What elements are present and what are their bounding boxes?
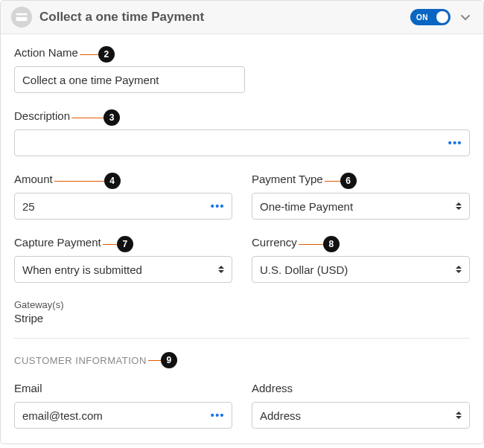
email-field: Email •••	[14, 382, 232, 429]
address-value: Address	[260, 409, 301, 422]
annotation-bullet-9: 9	[161, 352, 177, 368]
amount-merge-button[interactable]: •••	[211, 200, 225, 212]
enable-toggle[interactable]: ON	[410, 9, 450, 25]
gateways-value: Stripe	[14, 312, 470, 324]
email-merge-button[interactable]: •••	[211, 409, 225, 421]
gateways-label: Gateway(s)	[14, 299, 470, 310]
action-name-label: Action Name	[14, 46, 78, 59]
annotation-leader	[54, 181, 105, 182]
amount-input[interactable]	[14, 193, 232, 220]
currency-label: Currency	[252, 236, 297, 249]
panel-title: Collect a one time Payment	[39, 10, 410, 25]
annotation-bullet-8: 8	[323, 236, 340, 252]
currency-field: Currency 8 U.S. Dollar (USD)	[252, 236, 470, 283]
amount-field: Amount 4 •••	[14, 173, 232, 220]
annotation-leader	[299, 244, 324, 245]
description-label: Description	[14, 109, 70, 122]
select-caret-icon	[456, 410, 463, 420]
annotation-bullet-3: 3	[104, 109, 120, 126]
capture-payment-field: Capture Payment 7 When entry is submitte…	[14, 236, 232, 283]
capture-payment-value: When entry is submitted	[22, 263, 142, 276]
action-name-input[interactable]	[14, 66, 245, 93]
currency-value: U.S. Dollar (USD)	[260, 263, 348, 276]
toggle-knob	[436, 11, 448, 23]
action-name-field: Action Name 2	[14, 46, 470, 93]
annotation-leader	[325, 181, 341, 182]
payment-type-label: Payment Type	[252, 173, 323, 185]
gateways-group: Gateway(s) Stripe	[14, 299, 470, 324]
panel-header: Collect a one time Payment ON	[1, 1, 483, 34]
currency-select[interactable]: U.S. Dollar (USD)	[252, 256, 470, 283]
divider	[14, 338, 470, 339]
address-field: Address Address	[252, 382, 470, 429]
annotation-bullet-2: 2	[98, 46, 115, 63]
panel-body: Action Name 2 Description 3 ••• Amount	[1, 34, 483, 444]
capture-payment-label: Capture Payment	[14, 236, 101, 249]
payment-type-select[interactable]: One-time Payment	[252, 193, 470, 220]
annotation-bullet-6: 6	[340, 173, 357, 189]
annotation-leader	[103, 244, 118, 245]
annotation-bullet-4: 4	[104, 173, 121, 189]
select-caret-icon	[218, 264, 226, 275]
collapse-button[interactable]	[458, 10, 473, 25]
email-input[interactable]	[14, 402, 232, 429]
description-input[interactable]	[14, 129, 470, 156]
payment-type-field: Payment Type 6 One-time Payment	[252, 173, 470, 220]
annotation-bullet-7: 7	[117, 236, 133, 252]
select-caret-icon	[456, 201, 463, 211]
payment-action-panel: Collect a one time Payment ON Action Nam…	[0, 0, 484, 444]
payment-type-value: One-time Payment	[260, 200, 353, 213]
svg-rect-1	[16, 15, 28, 17]
description-field: Description 3 •••	[14, 109, 470, 156]
address-select[interactable]: Address	[252, 402, 470, 429]
annotation-leader	[71, 118, 104, 118]
customer-info-heading: CUSTOMER INFORMATION	[14, 355, 147, 366]
select-caret-icon	[456, 264, 463, 275]
annotation-leader	[80, 54, 99, 55]
card-icon	[11, 7, 32, 28]
address-label: Address	[252, 382, 293, 394]
toggle-on-label: ON	[416, 13, 428, 22]
capture-payment-select[interactable]: When entry is submitted	[14, 256, 232, 283]
amount-label: Amount	[14, 173, 53, 185]
email-label: Email	[14, 382, 42, 394]
annotation-leader	[148, 360, 162, 361]
description-merge-button[interactable]: •••	[448, 137, 462, 149]
